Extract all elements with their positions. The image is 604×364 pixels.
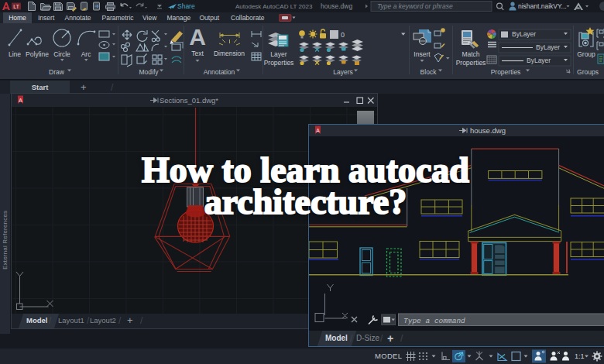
svg-text:Insert: Insert <box>414 50 431 58</box>
svg-text:Circle: Circle <box>53 50 70 58</box>
svg-text:house.dwg: house.dwg <box>321 2 352 10</box>
svg-text:house.dwg: house.dwg <box>470 126 506 135</box>
svg-text:Match: Match <box>462 50 479 58</box>
svg-text:Annotation: Annotation <box>204 68 235 76</box>
svg-text:ByLayer: ByLayer <box>527 57 551 64</box>
svg-text:ByLayer: ByLayer <box>536 43 560 51</box>
svg-text:Dimension: Dimension <box>214 50 245 57</box>
svg-text:Layer: Layer <box>270 50 287 58</box>
svg-text:Properties: Properties <box>456 59 486 67</box>
svg-text:Share: Share <box>177 2 195 10</box>
svg-text:Properties: Properties <box>491 68 521 76</box>
svg-text:Draw: Draw <box>49 68 65 76</box>
svg-text:LT: LT <box>13 4 19 9</box>
svg-text:A: A <box>316 128 320 133</box>
svg-text:Block: Block <box>420 68 438 76</box>
svg-text:Group: Group <box>577 50 595 58</box>
svg-text:Text: Text <box>191 50 204 57</box>
svg-text:Modify: Modify <box>139 68 159 76</box>
svg-text:Type a command: Type a command <box>403 317 465 325</box>
svg-text:Autodesk AutoCAD LT 2023: Autodesk AutoCAD LT 2023 <box>235 3 313 10</box>
svg-text:1:1: 1:1 <box>575 352 585 360</box>
svg-text:Type a keyword or phrase: Type a keyword or phrase <box>377 2 453 10</box>
svg-text:A: A <box>19 98 22 103</box>
svg-text:0: 0 <box>341 31 345 39</box>
svg-text:nishant.naikVY...: nishant.naikVY... <box>518 2 567 10</box>
svg-text:MODEL: MODEL <box>375 352 402 360</box>
svg-text:Layers: Layers <box>333 68 353 76</box>
svg-text:A: A <box>189 24 206 50</box>
svg-text:Groups: Groups <box>577 68 599 76</box>
svg-text:Arc: Arc <box>81 50 92 58</box>
svg-text:ByLayer: ByLayer <box>512 30 536 38</box>
svg-text:Properties: Properties <box>264 59 294 67</box>
svg-text:Sections_01.dwg*: Sections_01.dwg* <box>160 96 218 105</box>
svg-text:Polyline: Polyline <box>26 50 49 58</box>
svg-text:Line: Line <box>9 50 21 58</box>
